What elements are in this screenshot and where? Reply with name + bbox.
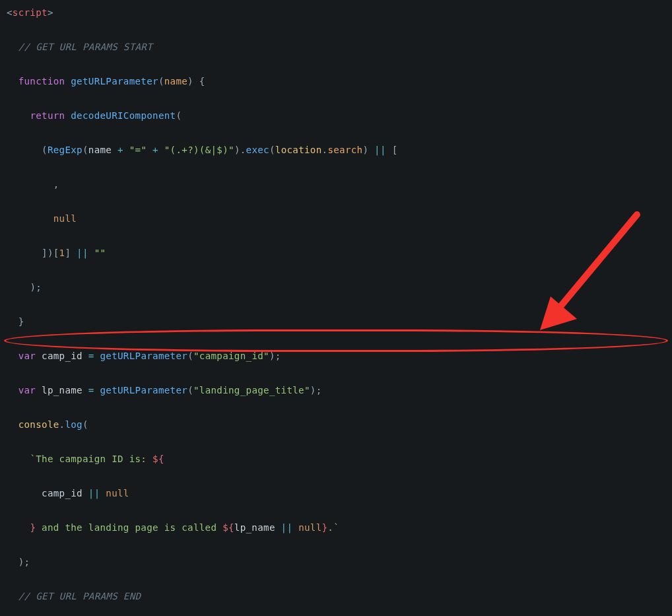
code-line: console.log(	[0, 416, 672, 433]
code-line: var camp_id = getURLParameter("campaign_…	[0, 347, 672, 364]
code-line: return decodeURIComponent(	[0, 107, 672, 124]
code-line: var lp_name = getURLParameter("landing_p…	[0, 382, 672, 399]
code-line: null	[0, 210, 672, 227]
code-line: (RegExp(name + "=" + "(.+?)(&|$)").exec(…	[0, 141, 672, 158]
code-line: } and the landing page is called ${lp_na…	[0, 519, 672, 536]
code-line: }	[0, 313, 672, 330]
code-line: camp_id || null	[0, 485, 672, 502]
code-line: );	[0, 553, 672, 570]
code-line: );	[0, 279, 672, 296]
code-line: ,	[0, 176, 672, 193]
code-line: <script>	[0, 4, 672, 21]
code-block: <script> // GET URL PARAMS START functio…	[0, 4, 672, 616]
code-line: ])[1] || ""	[0, 244, 672, 261]
code-line: function getURLParameter(name) {	[0, 73, 672, 90]
code-line: // GET URL PARAMS START	[0, 38, 672, 55]
code-line: // GET URL PARAMS END	[0, 588, 672, 605]
code-line: `The campaign ID is: ${	[0, 450, 672, 467]
